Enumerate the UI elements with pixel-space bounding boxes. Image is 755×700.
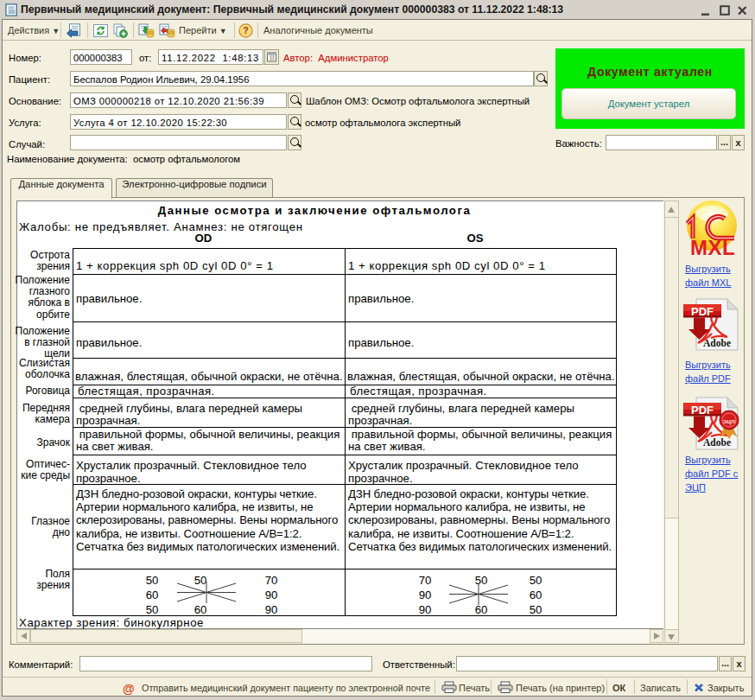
svg-text:MXL: MXL <box>690 236 735 257</box>
svg-text:Adobe: Adobe <box>703 437 731 448</box>
svg-text:эцп: эцп <box>723 417 735 425</box>
svg-text:?: ? <box>243 25 248 35</box>
svg-text:Adobe: Adobe <box>703 338 731 348</box>
svg-text:PDF: PDF <box>691 305 714 318</box>
svg-text:PDF: PDF <box>691 404 714 417</box>
